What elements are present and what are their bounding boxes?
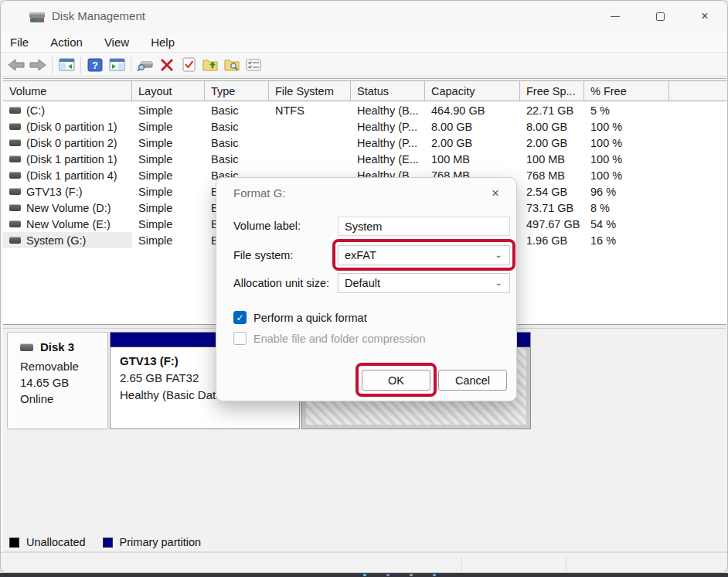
chevron-down-icon: ⌄: [495, 251, 502, 259]
partition-name: GTV13 (F:): [120, 354, 226, 367]
column-header-file-system[interactable]: File System: [269, 81, 351, 101]
volume-drive-icon: [9, 123, 21, 130]
quick-format-checkbox[interactable]: ✓ Perform a quick format: [233, 311, 367, 324]
column-header-volume[interactable]: Volume: [3, 81, 132, 101]
column-header-type[interactable]: Type: [205, 81, 269, 101]
taskbar-icon: [410, 574, 413, 576]
menu-view[interactable]: View: [104, 34, 140, 50]
unallocated-label: Unallocated: [26, 536, 86, 548]
explore-folder-icon[interactable]: [221, 55, 243, 75]
partition-status: Healthy (Basic Dat...: [120, 387, 226, 404]
volume-drive-icon: [9, 172, 21, 179]
volume-label-input[interactable]: System: [338, 217, 510, 236]
volume-drive-icon: [9, 204, 21, 211]
primary-partition-label: Primary partition: [120, 536, 202, 548]
allocation-unit-select[interactable]: Default ⌄: [338, 273, 510, 293]
help-icon[interactable]: ?: [84, 55, 106, 75]
disk-management-app-icon: [29, 9, 46, 26]
volume-drive-icon: [9, 237, 21, 244]
checkbox-unchecked-icon: [233, 332, 247, 345]
disk-management-window: Disk Management × File Action View Help …: [0, 0, 728, 573]
table-row[interactable]: (Disk 0 partition 1) SimpleBasicHealthy …: [3, 118, 726, 135]
volume-drive-icon: [9, 155, 21, 162]
statusbar-separator: [566, 557, 566, 571]
column-header-capacity[interactable]: Capacity: [425, 81, 520, 101]
legend-bar: Unallocated Primary partition: [3, 533, 726, 552]
table-row[interactable]: (Disk 1 partition 1) SimpleBasicHealthy …: [3, 151, 726, 167]
table-row[interactable]: (C:) SimpleBasicNTFSHealthy (B...464.90 …: [3, 102, 726, 118]
taskbar-sliver: [0, 573, 728, 577]
disk3-info-panel[interactable]: Disk 3 Removable 14.65 GB Online: [7, 332, 108, 429]
delete-volume-icon[interactable]: [156, 55, 178, 75]
toolbar-separator: [52, 56, 53, 73]
volume-drive-icon: [9, 107, 21, 114]
chevron-down-icon: ⌄: [495, 278, 502, 287]
column-header-status[interactable]: Status: [351, 81, 425, 101]
disk-kind: Removable: [20, 358, 107, 374]
window-title: Disk Management: [52, 9, 145, 22]
status-bar: [1, 552, 728, 573]
primary-partition-swatch: [103, 538, 113, 548]
volume-drive-icon: [9, 220, 21, 227]
disk-name: Disk 3: [40, 340, 74, 353]
column-header-empty: [669, 81, 726, 101]
column-header-pct-free[interactable]: % Free: [584, 81, 669, 101]
forward-icon[interactable]: [27, 55, 49, 75]
toolbar-separator: [131, 56, 131, 73]
mark-partition-active-icon[interactable]: [178, 55, 199, 75]
menu-help[interactable]: Help: [151, 34, 185, 50]
disk-icon: [20, 343, 33, 351]
disk-size: 14.65 GB: [20, 374, 107, 391]
compression-checkbox[interactable]: Enable file and folder compression: [233, 332, 425, 345]
svg-text:?: ?: [92, 60, 98, 71]
back-icon[interactable]: [5, 55, 27, 75]
minimize-button[interactable]: [593, 1, 638, 32]
file-system-label: File system:: [233, 249, 293, 261]
properties-list-icon[interactable]: [243, 55, 264, 75]
partition-size: 2.65 GB FAT32: [120, 370, 226, 387]
toolbar: ?: [1, 53, 727, 77]
checkbox-checked-icon: ✓: [233, 311, 247, 324]
disk-status: Online: [20, 391, 107, 407]
volume-label-label: Volume label:: [233, 220, 301, 232]
dialog-title: Format G:: [233, 186, 286, 200]
menu-file[interactable]: File: [10, 34, 39, 50]
show-action-pane-icon[interactable]: [106, 55, 128, 75]
dialog-close-icon[interactable]: ×: [487, 184, 504, 203]
taskbar-icon: [386, 574, 390, 576]
menu-action[interactable]: Action: [50, 34, 94, 50]
table-row[interactable]: (Disk 0 partition 2) SimpleBasicHealthy …: [3, 135, 726, 151]
volume-drive-icon: [9, 188, 21, 195]
taskbar-icon: [363, 574, 366, 576]
menu-bar: File Action View Help: [1, 32, 727, 53]
format-dialog: Format G: × Volume label: System File sy…: [216, 177, 517, 401]
toolbar-separator: [80, 56, 81, 73]
show-console-tree-icon[interactable]: [56, 55, 77, 75]
column-header-free-space[interactable]: Free Sp...: [520, 81, 584, 101]
unallocated-swatch: [9, 538, 19, 548]
volume-table-header: Volume Layout Type File System Status Ca…: [3, 80, 726, 101]
taskbar-icon: [433, 574, 436, 576]
rescan-disks-icon[interactable]: [134, 55, 156, 75]
allocation-unit-label: Allocation unit size:: [233, 277, 329, 289]
file-system-select[interactable]: exFAT ⌄: [338, 245, 510, 265]
column-header-layout[interactable]: Layout: [132, 81, 205, 101]
statusbar-separator: [461, 557, 462, 571]
cancel-button[interactable]: Cancel: [438, 370, 507, 391]
maximize-button[interactable]: [638, 1, 682, 32]
title-bar: Disk Management ×: [1, 1, 727, 32]
open-folder-up-icon[interactable]: [199, 55, 221, 75]
close-button[interactable]: ×: [682, 1, 727, 32]
volume-drive-icon: [9, 139, 21, 146]
ok-button[interactable]: OK: [362, 370, 430, 391]
